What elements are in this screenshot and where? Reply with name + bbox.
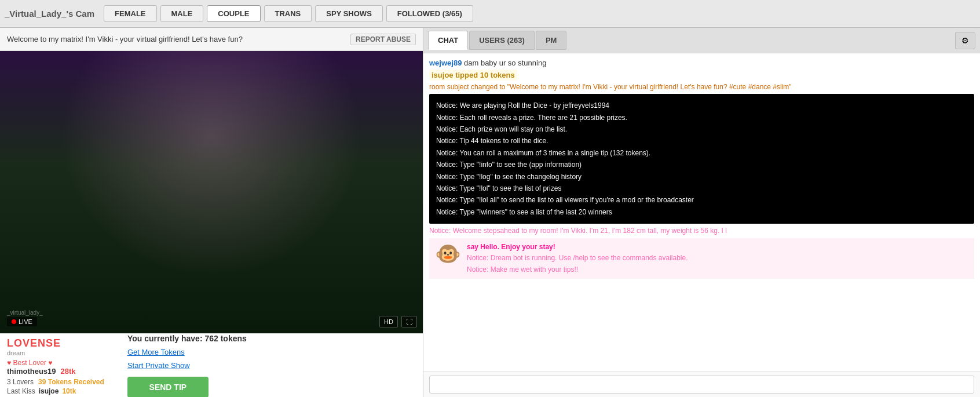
tip-message: isujoe tipped 10 tokens [429, 70, 974, 81]
chat-input[interactable] [429, 376, 974, 394]
last-kiss-tokens: 10tk [62, 387, 76, 395]
nav-female[interactable]: FEMALE [104, 5, 156, 22]
lovense-logo: LOVENSE [7, 337, 61, 349]
info-bar: LOVENSE dream ♥ Best Lover ♥ thimotheus1… [0, 333, 423, 397]
notice-pink-stepsahead: Notice: Welcome stepsahead to my room! I… [429, 225, 974, 236]
best-lover-tokens: 28tk [61, 367, 76, 376]
bio-text: Welcome to my matrix! I'm Vikki - your v… [7, 35, 243, 43]
room-change-message: room subject changed to "Welcome to my m… [429, 82, 974, 92]
notice-line-4: Notice: You can roll a maximum of 3 time… [436, 147, 967, 159]
chat-message-1: wejwej89 dam baby ur so stunning [429, 58, 974, 68]
start-private-link[interactable]: Start Private Show [127, 361, 247, 370]
lovers-count: 3 Lovers [7, 378, 34, 386]
best-lover-name: thimotheus19 [7, 367, 56, 376]
site-title: _Virtual_Lady_'s Cam [5, 9, 94, 19]
main-layout: Welcome to my matrix! I'm Vikki - your v… [0, 28, 980, 397]
live-badge: LIVE [7, 317, 37, 326]
tokens-received: 39 Tokens Received [38, 378, 104, 386]
notice-line-5: Notice: Type "!info" to see the (app inf… [436, 159, 967, 170]
chat-messages: wejwej89 dam baby ur so stunning isujoe … [423, 53, 980, 371]
send-tip-button[interactable]: SEND TIP [127, 377, 209, 398]
chat-input-bar [423, 371, 980, 397]
best-lover-label: ♥ Best Lover ♥ [7, 359, 52, 367]
monkey-emoji-icon: 🐵 [435, 242, 461, 266]
welcome-texts: say Hello. Enjoy your stay! Notice: Drea… [467, 242, 688, 275]
nav-trans[interactable]: TRANS [264, 5, 312, 22]
nav-spy-shows[interactable]: SPY SHOWS [315, 5, 383, 22]
last-kiss-user: isujoe [39, 387, 59, 395]
tip-text: isujoe tipped 10 tokens [429, 70, 517, 81]
nav-male[interactable]: MALE [160, 5, 204, 22]
say-hello-text: say Hello. Enjoy your stay! [467, 242, 688, 253]
dream-bot-notice: Notice: Dream bot is running. Use /help … [467, 253, 688, 264]
settings-icon-button[interactable]: ⚙ [955, 32, 975, 49]
lovers-row: 3 Lovers 39 Tokens Received [7, 378, 104, 386]
notice-line-3: Notice: Tip 44 tokens to roll the dice. [436, 135, 967, 147]
get-more-tokens-link[interactable]: Get More Tokens [127, 348, 247, 356]
tab-pm[interactable]: PM [536, 31, 567, 50]
token-count: 762 [204, 334, 218, 343]
tab-users[interactable]: USERS (263) [469, 31, 535, 50]
notice-line-0: Notice: We are playing Roll the Dice - b… [436, 100, 967, 111]
chat-panel: CHAT USERS (263) PM ⚙ wejwej89 dam baby … [423, 28, 980, 397]
notice-line-2: Notice: Each prize won will stay on the … [436, 123, 967, 135]
lovense-logo-text: LOVENSE [7, 337, 61, 349]
notice-line-9: Notice: Type "!winners" to see a list of… [436, 206, 967, 218]
notice-box: Notice: We are playing Roll the Dice - b… [429, 94, 974, 224]
fullscreen-button[interactable]: ⛶ [401, 316, 417, 327]
video-controls: HD ⛶ [379, 316, 417, 327]
notice-line-6: Notice: Type "!log" to see the changelog… [436, 171, 967, 183]
make-wet-notice: Notice: Make me wet with your tips!! [467, 264, 688, 275]
token-label: You currently have: [127, 334, 203, 343]
token-unit: tokens [221, 334, 247, 343]
watermark-text: _virtual_lady_ [7, 309, 43, 316]
live-text: LIVE [19, 318, 32, 325]
token-count-line: You currently have: 762 tokens [127, 334, 247, 343]
lovense-area: LOVENSE dream ♥ Best Lover ♥ thimotheus1… [7, 337, 104, 394]
lovense-sub-text: dream [7, 349, 25, 356]
tab-chat[interactable]: CHAT [428, 31, 468, 50]
chat-text-1b: dam baby ur so stunning [464, 59, 546, 67]
chat-tabs: CHAT USERS (263) PM ⚙ [423, 28, 980, 53]
report-abuse-button[interactable]: REPORT ABUSE [350, 34, 416, 45]
notice-line-7: Notice: Type "!lol" to see the list of p… [436, 183, 967, 194]
last-kiss-row: Last Kiss isujoe 10tk [7, 387, 76, 395]
token-area: You currently have: 762 tokens Get More … [127, 337, 247, 394]
live-indicator [12, 319, 16, 324]
top-nav-bar: _Virtual_Lady_'s Cam FEMALE MALE COUPLE … [0, 0, 980, 28]
report-bar: Welcome to my matrix! I'm Vikki - your v… [0, 28, 423, 51]
hd-button[interactable]: HD [379, 316, 398, 327]
nav-couple[interactable]: COUPLE [207, 5, 260, 22]
nav-followed[interactable]: FOLLOWED (3/65) [386, 5, 473, 22]
video-placeholder [0, 51, 423, 333]
welcome-block: 🐵 say Hello. Enjoy your stay! Notice: Dr… [429, 238, 974, 279]
cam-figure [0, 51, 423, 333]
chat-username-wejwej89: wejwej89 [429, 59, 462, 67]
video-container: LIVE _virtual_lady_ HD ⛶ [0, 51, 423, 333]
video-panel: Welcome to my matrix! I'm Vikki - your v… [0, 28, 423, 397]
notice-line-1: Notice: Each roll reveals a prize. There… [436, 112, 967, 123]
notice-line-8: Notice: Type "!lol all" to send the list… [436, 194, 967, 206]
last-kiss-label: Last Kiss [7, 387, 35, 395]
